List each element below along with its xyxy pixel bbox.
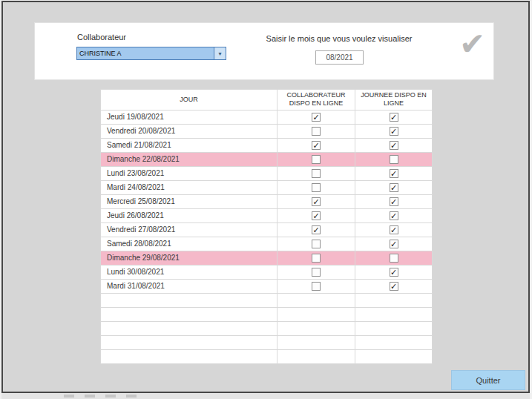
day-cell: Jeudi 19/08/2021 [101, 110, 278, 124]
journee-dispo-checkbox[interactable]: ✓ [390, 183, 398, 192]
column-header-jour: JOUR [101, 90, 278, 111]
collab-dispo-checkbox[interactable]: ✓ [312, 113, 321, 122]
collab-dispo-cell: ✓ [278, 110, 355, 124]
day-cell: Vendredi 27/08/2021 [101, 222, 278, 237]
collab-dispo-cell: ✓ [278, 208, 355, 222]
collab-dispo-checkbox[interactable] [312, 127, 321, 136]
table-row: Samedi 21/08/2021✓✓ [101, 138, 433, 152]
month-input[interactable] [315, 50, 364, 65]
taskbar-item [105, 395, 116, 398]
chevron-down-icon: ▾ [218, 50, 221, 57]
table-row: Jeudi 26/08/2021✓✓ [101, 208, 433, 222]
collab-dispo-cell [278, 152, 355, 166]
collab-dispo-cell: ✓ [278, 222, 355, 237]
collab-dispo-checkbox[interactable] [312, 282, 321, 291]
table-row: Mercredi 25/08/2021✓✓ [101, 194, 433, 208]
journee-dispo-checkbox[interactable]: ✓ [390, 127, 398, 136]
journee-dispo-cell: ✓ [355, 265, 433, 279]
journee-dispo-cell: ✓ [355, 138, 433, 152]
collab-dispo-cell [278, 279, 355, 293]
table-row: Lundi 23/08/2021✓ [101, 166, 433, 180]
collaborator-value: CHRISTINE A [77, 50, 214, 57]
availability-table: JOUR COLLABORATEUR DISPO EN LIGNE JOURNE… [100, 89, 433, 364]
column-header-journee-dispo: JOURNEE DISPO EN LIGNE [355, 90, 433, 111]
table-header-row: JOUR COLLABORATEUR DISPO EN LIGNE JOURNE… [101, 90, 433, 111]
collab-dispo-checkbox[interactable] [312, 240, 321, 248]
collab-dispo-cell [278, 265, 355, 279]
table-row: Jeudi 19/08/2021✓✓ [101, 110, 433, 124]
journee-dispo-checkbox[interactable]: ✓ [390, 113, 398, 122]
taskbar-item [64, 395, 74, 398]
app-window: Collaborateur CHRISTINE A ▾ Saisir le mo… [1, 1, 530, 393]
collab-dispo-cell [278, 166, 355, 180]
journee-dispo-cell: ✓ [355, 222, 433, 237]
collab-dispo-cell [278, 124, 355, 138]
collaborator-dropdown-button[interactable]: ▾ [214, 47, 226, 59]
journee-dispo-checkbox[interactable] [390, 254, 398, 263]
collaborator-label: Collaborateur [77, 33, 126, 42]
table-row: Dimanche 29/08/2021 [101, 251, 433, 265]
journee-dispo-cell: ✓ [355, 194, 433, 208]
table-row: Mardi 31/08/2021✓ [101, 279, 433, 293]
day-cell: Samedi 21/08/2021 [101, 138, 278, 152]
collab-dispo-checkbox[interactable] [312, 169, 321, 178]
empty-row [101, 349, 433, 363]
journee-dispo-cell: ✓ [355, 208, 433, 222]
table-row: Vendredi 20/08/2021✓ [101, 124, 433, 138]
journee-dispo-checkbox[interactable]: ✓ [390, 268, 398, 277]
journee-dispo-cell [355, 152, 433, 166]
collab-dispo-cell [278, 180, 355, 194]
empty-row [101, 293, 433, 307]
empty-row [101, 335, 433, 349]
day-cell: Dimanche 22/08/2021 [101, 152, 278, 166]
collab-dispo-checkbox[interactable] [312, 268, 321, 277]
day-cell: Mardi 24/08/2021 [101, 180, 278, 194]
collab-dispo-cell [278, 251, 355, 265]
journee-dispo-checkbox[interactable]: ✓ [390, 169, 398, 178]
taskbar-edge [1, 393, 530, 399]
taskbar-item [85, 395, 95, 398]
journee-dispo-cell: ✓ [355, 237, 433, 251]
journee-dispo-checkbox[interactable]: ✓ [390, 211, 398, 220]
day-cell: Lundi 23/08/2021 [101, 166, 278, 180]
journee-dispo-cell: ✓ [355, 180, 433, 194]
collab-dispo-checkbox[interactable]: ✓ [312, 225, 321, 234]
collab-dispo-checkbox[interactable] [312, 183, 321, 192]
collaborator-combobox[interactable]: CHRISTINE A ▾ [76, 47, 226, 60]
collab-dispo-cell [278, 237, 355, 251]
filter-panel: Collaborateur CHRISTINE A ▾ Saisir le mo… [34, 22, 494, 80]
journee-dispo-cell: ✓ [355, 124, 433, 138]
empty-row [101, 307, 433, 321]
journee-dispo-cell: ✓ [355, 166, 433, 180]
quit-button[interactable]: Quitter [451, 370, 525, 390]
table-row: Dimanche 22/08/2021 [101, 152, 433, 166]
collab-dispo-checkbox[interactable] [312, 254, 321, 263]
day-cell: Jeudi 26/08/2021 [101, 208, 278, 222]
table-row: Samedi 28/08/2021✓ [101, 237, 433, 251]
month-label: Saisir le mois que vous voulez visualise… [224, 34, 454, 43]
journee-dispo-checkbox[interactable]: ✓ [390, 197, 398, 206]
day-cell: Mercredi 25/08/2021 [101, 194, 278, 208]
collab-dispo-checkbox[interactable]: ✓ [312, 197, 321, 206]
journee-dispo-cell [355, 251, 433, 265]
taskbar-item [126, 395, 137, 398]
day-cell: Vendredi 20/08/2021 [101, 124, 278, 138]
table-row: Lundi 30/08/2021✓ [101, 265, 433, 279]
journee-dispo-checkbox[interactable]: ✓ [390, 141, 398, 150]
validate-check-icon[interactable]: ✔ [459, 29, 485, 60]
collab-dispo-cell: ✓ [278, 138, 355, 152]
collab-dispo-checkbox[interactable]: ✓ [312, 141, 321, 150]
journee-dispo-checkbox[interactable]: ✓ [390, 225, 398, 234]
journee-dispo-checkbox[interactable]: ✓ [390, 282, 398, 291]
day-cell: Lundi 30/08/2021 [101, 265, 278, 279]
table-row: Mardi 24/08/2021✓ [101, 180, 433, 194]
table-body: Jeudi 19/08/2021✓✓Vendredi 20/08/2021✓Sa… [101, 110, 433, 363]
day-cell: Mardi 31/08/2021 [101, 279, 278, 293]
journee-dispo-checkbox[interactable] [390, 155, 398, 164]
journee-dispo-checkbox[interactable]: ✓ [390, 240, 398, 248]
collab-dispo-checkbox[interactable] [312, 155, 321, 164]
day-cell: Samedi 28/08/2021 [101, 237, 278, 251]
collab-dispo-checkbox[interactable]: ✓ [312, 211, 321, 220]
column-header-collaborateur-dispo: COLLABORATEUR DISPO EN LIGNE [278, 90, 355, 111]
table-row: Vendredi 27/08/2021✓✓ [101, 222, 433, 237]
